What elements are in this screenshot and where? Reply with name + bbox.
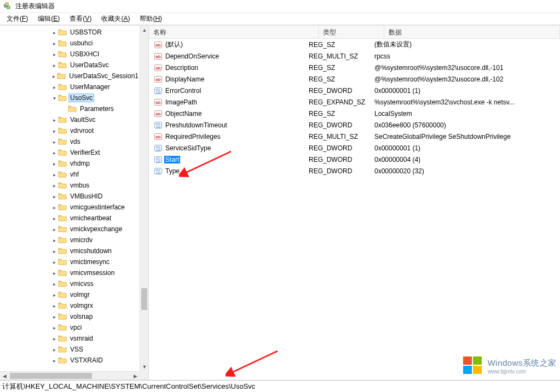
- tree-node[interactable]: ▸vhf: [0, 169, 140, 180]
- expand-toggle-icon[interactable]: ▸: [50, 269, 58, 277]
- registry-value-row[interactable]: abImagePathREG_EXPAND_SZ%systemroot%\sys…: [149, 96, 560, 108]
- expand-toggle-icon[interactable]: ▸: [50, 346, 58, 353]
- registry-value-row[interactable]: abDependOnServiceREG_MULTI_SZrpcss: [149, 50, 560, 62]
- folder-icon: [58, 291, 67, 299]
- expand-toggle-icon[interactable]: ▸: [50, 50, 58, 58]
- tree-node[interactable]: ▸UserDataSvc_Session1: [0, 71, 140, 81]
- tree-node[interactable]: ▸VMBusHID: [0, 191, 140, 202]
- tree-node[interactable]: ▸vmicheartbeat: [0, 213, 140, 224]
- expand-toggle-icon[interactable]: ▸: [50, 61, 58, 69]
- tree-node[interactable]: ▸VaultSvc: [0, 114, 140, 125]
- tree-node[interactable]: ▸vmicshutdown: [0, 245, 140, 256]
- tree-scrollbar-vertical[interactable]: ▲ ▼: [140, 26, 148, 371]
- menu-收藏夹[interactable]: 收藏夹(A): [97, 13, 134, 25]
- expand-toggle-icon[interactable]: ▸: [50, 83, 58, 91]
- tree-node[interactable]: ▸UserDataSvc: [0, 60, 140, 71]
- folder-icon: [58, 83, 67, 91]
- tree-node[interactable]: ▸VerifierExt: [0, 147, 140, 158]
- expand-toggle-icon[interactable]: ▾: [50, 94, 58, 102]
- menu-文件[interactable]: 文件(F): [2, 13, 32, 25]
- expand-toggle-icon[interactable]: ▸: [50, 28, 58, 36]
- tree-node[interactable]: ▸usbuhci: [0, 38, 140, 49]
- expand-toggle-icon[interactable]: ▸: [50, 138, 58, 145]
- registry-value-row[interactable]: 011110ErrorControlREG_DWORD0x00000001 (1…: [149, 85, 560, 96]
- expand-toggle-icon[interactable]: ▸: [50, 236, 58, 244]
- registry-value-row[interactable]: abDisplayNameREG_SZ@%systemroot%\system3…: [149, 73, 560, 85]
- expand-toggle-icon[interactable]: ▸: [50, 72, 57, 80]
- tree-node[interactable]: ▸vmicrdv: [0, 235, 140, 245]
- expand-toggle-icon[interactable]: ▸: [50, 182, 58, 189]
- svg-rect-1: [7, 6, 10, 9]
- list-body[interactable]: ab(默认)REG_SZ(数值未设置)abDependOnServiceREG_…: [149, 39, 560, 380]
- registry-value-row[interactable]: 011110StartREG_DWORD0x00000004 (4): [149, 154, 560, 165]
- menu-帮助[interactable]: 帮助(H): [135, 13, 166, 25]
- registry-value-row[interactable]: abObjectNameREG_SZLocalSystem: [149, 108, 560, 119]
- tree-node[interactable]: ▸volmgrx: [0, 300, 140, 311]
- tree-node[interactable]: ▸vmicvss: [0, 278, 140, 289]
- expand-toggle-icon[interactable]: ▸: [50, 127, 58, 134]
- value-name: DisplayName: [164, 75, 205, 83]
- expand-toggle-icon[interactable]: ▸: [50, 192, 58, 200]
- tree-node[interactable]: ▸VSTXRAID: [0, 355, 140, 366]
- tree-node[interactable]: ▸USBXHCI: [0, 49, 140, 60]
- string-value-icon: ab: [153, 132, 163, 141]
- tree-node[interactable]: ▸vdrvroot: [0, 125, 140, 136]
- expand-toggle-icon[interactable]: ▸: [50, 324, 58, 331]
- expand-toggle-icon[interactable]: ▸: [50, 39, 58, 47]
- expand-toggle-icon[interactable]: ▸: [50, 258, 58, 266]
- expand-toggle-icon[interactable]: ▸: [50, 335, 58, 342]
- expand-toggle-icon[interactable]: ▸: [50, 149, 58, 156]
- tree-node[interactable]: ▸vmictimesync: [0, 256, 140, 267]
- menu-查看[interactable]: 查看(V): [65, 13, 96, 25]
- tree-node[interactable]: ▸volmgr: [0, 289, 140, 300]
- tree-node[interactable]: ▸UserManager: [0, 81, 140, 92]
- registry-value-row[interactable]: 011110PreshutdownTimeoutREG_DWORD0x036ee…: [149, 119, 560, 131]
- folder-icon: [58, 356, 67, 364]
- expand-toggle-icon[interactable]: ▸: [50, 356, 58, 364]
- tree-node-label: vmicguestinterface: [69, 203, 126, 211]
- tree-node[interactable]: ▸vds: [0, 136, 140, 147]
- expand-toggle-icon[interactable]: ▸: [50, 160, 58, 167]
- scroll-right-icon[interactable]: ▶: [131, 372, 140, 380]
- value-type: REG_SZ: [309, 75, 374, 83]
- tree-scroll-thumb-h[interactable]: [10, 373, 92, 379]
- registry-value-row[interactable]: ab(默认)REG_SZ(数值未设置): [149, 39, 560, 50]
- tree-node[interactable]: ▸vpci: [0, 322, 140, 333]
- registry-value-row[interactable]: abRequiredPrivilegesREG_MULTI_SZSeCreate…: [149, 131, 560, 142]
- column-header-data[interactable]: 数据: [384, 26, 560, 38]
- tree-node[interactable]: ▸VSS: [0, 344, 140, 355]
- expand-toggle-icon[interactable]: ▸: [50, 247, 58, 255]
- tree-scrollbar-horizontal[interactable]: ◀ ▶: [0, 371, 140, 380]
- expand-toggle-icon[interactable]: ▸: [50, 302, 58, 309]
- registry-value-row[interactable]: abDescriptionREG_SZ@%systemroot%\system3…: [149, 62, 560, 73]
- tree-node[interactable]: ▸USBSTOR: [0, 27, 140, 38]
- registry-value-row[interactable]: 011110TypeREG_DWORD0x00000020 (32): [149, 165, 560, 177]
- tree-node[interactable]: ▸vsmraid: [0, 333, 140, 344]
- tree-node[interactable]: ▸volsnap: [0, 311, 140, 322]
- expand-toggle-icon[interactable]: ▸: [50, 280, 58, 288]
- menu-编辑[interactable]: 编辑(E): [33, 13, 64, 25]
- expand-toggle-icon[interactable]: ▸: [50, 225, 58, 233]
- tree-node[interactable]: ▾UsoSvc: [0, 92, 140, 103]
- tree-scroll[interactable]: ▸USBSTOR▸usbuhci▸USBXHCI▸UserDataSvc▸Use…: [0, 26, 140, 371]
- tree-node[interactable]: ▸Parameters: [0, 103, 140, 114]
- tree-scroll-thumb-v[interactable]: [141, 288, 147, 310]
- tree-node[interactable]: ▸vmicvmsession: [0, 267, 140, 278]
- expand-toggle-icon[interactable]: ▸: [50, 116, 58, 124]
- tree-node[interactable]: ▸vmicguestinterface: [0, 202, 140, 213]
- tree-node-label: VerifierExt: [69, 149, 101, 156]
- scroll-left-icon[interactable]: ◀: [0, 372, 9, 380]
- scroll-up-icon[interactable]: ▲: [140, 26, 149, 34]
- tree-node[interactable]: ▸vmickvpexchange: [0, 224, 140, 235]
- expand-toggle-icon[interactable]: ▸: [50, 291, 58, 299]
- tree-node[interactable]: ▸vmbus: [0, 180, 140, 191]
- column-header-type[interactable]: 类型: [319, 26, 384, 38]
- expand-toggle-icon[interactable]: ▸: [50, 214, 58, 222]
- registry-value-row[interactable]: 011110ServiceSidTypeREG_DWORD0x00000001 …: [149, 142, 560, 154]
- scroll-down-icon[interactable]: ▼: [140, 362, 149, 371]
- tree-node[interactable]: ▸vhdmp: [0, 158, 140, 169]
- expand-toggle-icon[interactable]: ▸: [50, 171, 58, 178]
- expand-toggle-icon[interactable]: ▸: [50, 203, 58, 211]
- column-header-name[interactable]: 名称: [149, 26, 319, 38]
- expand-toggle-icon[interactable]: ▸: [50, 313, 58, 320]
